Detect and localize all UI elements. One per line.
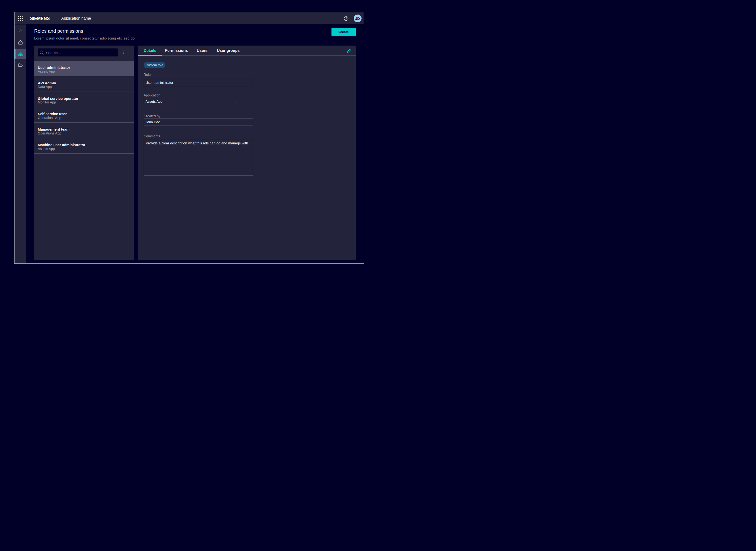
svg-text:?: ?: [345, 17, 347, 20]
